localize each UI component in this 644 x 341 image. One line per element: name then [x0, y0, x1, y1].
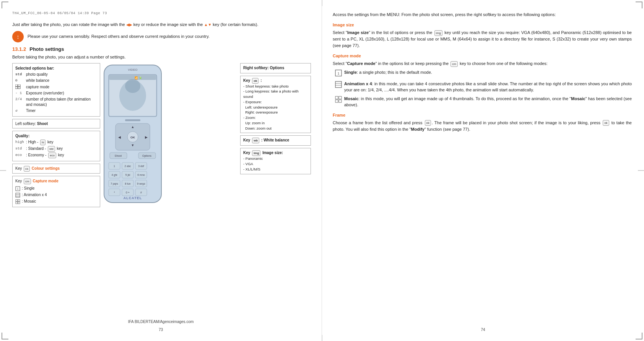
- svg-text:4 ghi: 4 ghi: [111, 174, 117, 177]
- bullet-mosaic-text: Mosaic: in this mode, you will get an im…: [344, 96, 632, 108]
- svg-rect-4: [15, 87, 18, 89]
- capture-box: Key cm Capture mode 1 : Single: [12, 176, 100, 207]
- bullet-single-text: Single: a single photo; this is the defa…: [344, 69, 632, 76]
- section-frame-title: Frame: [333, 112, 632, 119]
- diagram-area: Selected options bar: std photo quality …: [12, 63, 311, 212]
- section-number: 13.1.2: [12, 46, 26, 52]
- page-number-left: 73: [0, 328, 322, 332]
- svg-rect-14: [18, 202, 20, 204]
- svg-text:◀: ◀: [118, 135, 121, 139]
- quality-row-2: std : Standard - std key: [15, 146, 97, 152]
- opt-key-6: ↺: [15, 108, 26, 114]
- svg-text:Options: Options: [142, 154, 152, 158]
- callout-imgsize-title: Key img Image size:: [243, 150, 308, 156]
- opt-row-6: ↺ Timer: [15, 108, 97, 114]
- svg-text:1: 1: [17, 187, 19, 190]
- right-callouts: Right softkey: Options Key ok : - Short …: [240, 63, 311, 177]
- svg-rect-58: [109, 75, 156, 80]
- section-frame-text: Choose a frame from the list offered and…: [333, 120, 632, 133]
- svg-rect-21: [125, 119, 140, 121]
- svg-rect-62: [335, 81, 342, 88]
- svg-text:📶 🔋: 📶 🔋: [135, 76, 142, 80]
- callout-ok-title: Key ok :: [243, 78, 308, 84]
- callout-options-title: Right softkey: Options: [243, 65, 308, 71]
- svg-text:Shoot: Shoot: [115, 154, 122, 157]
- svg-text:▲: ▲: [131, 125, 135, 129]
- svg-rect-65: [335, 96, 338, 99]
- warning-box: Please use your camera sensibly. Respect…: [12, 31, 311, 42]
- section-title: Photo settings: [29, 46, 64, 52]
- svg-point-19: [125, 79, 140, 93]
- right-content: Access the settings from the MENU: From …: [333, 11, 632, 133]
- opt-row-1: std photo quality: [15, 72, 97, 77]
- section-capture-intro: Select "Capture mode" in the options lis…: [333, 60, 632, 67]
- quality-row-3: eco : Economy - eco key: [15, 153, 97, 158]
- callout-ok-body: - Short keypress: take photo - Long keyp…: [243, 84, 308, 131]
- svg-text:*: *: [114, 191, 115, 194]
- phone-svg: VIDEO OK ◀ ▶ ▲ ▼ Shoot: [93, 63, 173, 205]
- page-container: TH4_UM_FCC_06-05-04 06/05/04 14:39 Page …: [0, 0, 644, 341]
- svg-text:9 wxyz: 9 wxyz: [137, 182, 145, 185]
- section-image-size-title: Image size: [333, 22, 632, 28]
- section-image-size-text: Select "Image size" in the list of optio…: [333, 29, 632, 49]
- quality-box: Quality: high : High - hi key std : Stan…: [12, 131, 100, 161]
- svg-text:▼: ▼: [131, 143, 135, 147]
- opt-desc-5: number of photos taken (for animation an…: [26, 97, 97, 107]
- cap-desc-3: : Mosaic: [22, 198, 36, 204]
- opt-desc-3: capture mode: [26, 84, 97, 90]
- left-labels: Selected options bar: std photo quality …: [12, 63, 100, 212]
- opt-key-5: 2/4: [15, 97, 26, 102]
- opt-row-3: capture mode: [15, 84, 97, 90]
- options-bar-box: Selected options bar: std photo quality …: [12, 63, 100, 117]
- opt-desc-6: Timer: [26, 108, 97, 114]
- callout-imgsize: Key img Image size: - Panoramic - VGA - …: [240, 148, 311, 174]
- options-bar-title: Selected options bar:: [15, 65, 97, 71]
- svg-rect-12: [18, 200, 20, 201]
- q-desc-2: : Standard - std key: [26, 146, 97, 152]
- bullet-animation-text: Animation x 4: in this mode, you can tak…: [344, 81, 632, 93]
- svg-text:OK: OK: [130, 136, 135, 139]
- before-text: Before taking the photo, you can adjust …: [12, 54, 311, 60]
- svg-rect-8: [16, 193, 20, 197]
- page-header: TH4_UM_FCC_06-05-04 06/05/04 14:39 Page …: [12, 11, 311, 15]
- warning-text: Please use your camera sensibly. Respect…: [28, 33, 210, 40]
- svg-text:ALCATEL: ALCATEL: [124, 196, 142, 200]
- svg-rect-66: [339, 96, 342, 99]
- softkey-left-label: Left softkey: Shoot: [15, 122, 48, 126]
- cap-desc-1: : Single: [22, 185, 34, 191]
- colour-key-label: Key cs: [15, 166, 32, 170]
- opt-row-4: - 1 Exposure (over/under): [15, 91, 97, 96]
- svg-text:1: 1: [337, 71, 339, 75]
- cap-row-2: : Animation x 4: [15, 192, 97, 198]
- callout-ok: Key ok : - Short keypress: take photo - …: [240, 76, 311, 133]
- svg-rect-2: [15, 84, 18, 86]
- left-page: TH4_UM_FCC_06-05-04 06/05/04 14:39 Page …: [0, 0, 322, 341]
- svg-text:8 tuv: 8 tuv: [125, 182, 131, 185]
- svg-rect-67: [335, 100, 338, 102]
- svg-point-1: [18, 38, 18, 39]
- opt-desc-4: Exposure (over/under): [26, 91, 97, 96]
- callout-imgsize-body: - Panoramic - VGA - XL/L/M/S: [243, 156, 308, 172]
- svg-rect-13: [16, 202, 18, 204]
- q-key-1: high: [15, 140, 26, 145]
- bullet-mosaic: Mosaic: in this mode, you will get an im…: [333, 96, 632, 108]
- bullet-animation: Animation x 4: in this mode, you can tak…: [333, 81, 632, 93]
- opt-row-2: ⚙ white balance: [15, 78, 97, 83]
- svg-text:1: 1: [114, 165, 115, 167]
- svg-text:2 abc: 2 abc: [124, 165, 131, 167]
- svg-text:6 mno: 6 mno: [137, 174, 145, 176]
- q-desc-3: : Economy - eco key: [26, 153, 97, 158]
- svg-text:#: #: [140, 191, 142, 194]
- opt-key-2: ⚙: [15, 78, 26, 83]
- intro-text: Just after taking the photo, you can rot…: [12, 21, 311, 28]
- bullet-animation-icon: [333, 81, 344, 90]
- svg-text:3 def: 3 def: [138, 165, 144, 167]
- svg-rect-68: [339, 100, 342, 102]
- cap-desc-2: : Animation x 4: [22, 192, 47, 198]
- softkey-box: Left softkey: Shoot: [12, 119, 100, 128]
- callout-wb: Key wb : White balance: [240, 135, 311, 146]
- q-key-2: std: [15, 146, 26, 151]
- cap-icon-2: [15, 192, 22, 198]
- opt-desc-1: photo quality: [26, 72, 97, 77]
- quality-title: Quality:: [15, 133, 97, 139]
